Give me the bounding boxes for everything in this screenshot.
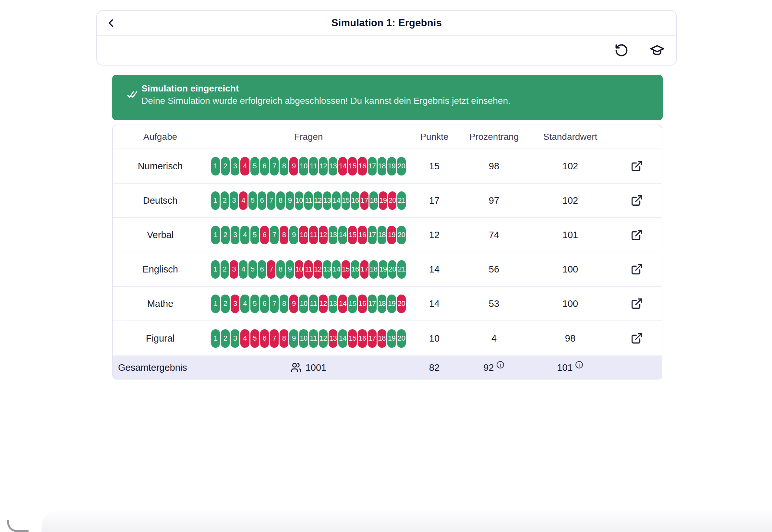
open-task-details-button[interactable] — [629, 227, 644, 242]
question-pill-wrong: 12 — [319, 295, 328, 313]
question-pills: 1234567891011121314151617181920 — [211, 226, 406, 244]
question-pill-correct: 6 — [260, 295, 269, 313]
question-pill-wrong: 10 — [299, 226, 308, 244]
question-pill-correct: 6 — [260, 157, 269, 175]
question-pill-correct: 7 — [267, 191, 275, 210]
open-task-details-button[interactable] — [629, 331, 644, 346]
open-task-details-button[interactable] — [629, 262, 644, 277]
question-pill-correct: 18 — [378, 226, 386, 244]
total-standardwert: 101 — [529, 362, 612, 373]
question-pill-correct: 16 — [351, 260, 359, 279]
toolbar — [97, 36, 676, 65]
question-pill-wrong: 4 — [240, 157, 249, 175]
banner-text: Simulation eingereicht Deine Simulation … — [141, 82, 650, 107]
question-pill-correct: 4 — [239, 260, 247, 279]
question-pill-correct: 8 — [280, 295, 288, 313]
question-pill-correct: 2 — [221, 260, 229, 279]
standardwert-value: 100 — [529, 264, 612, 275]
question-pill-wrong: 20 — [388, 191, 397, 210]
open-task-details-button[interactable] — [629, 159, 644, 174]
row-actions-cell — [612, 227, 662, 242]
prozentrang-info-button[interactable] — [496, 360, 505, 369]
question-pill-correct: 9 — [289, 226, 298, 244]
question-pill-wrong: 4 — [239, 191, 247, 210]
question-pill-correct: 13 — [329, 157, 337, 175]
question-pill-correct: 5 — [250, 226, 259, 244]
external-link-icon — [631, 229, 643, 241]
question-pill-wrong: 14 — [338, 295, 347, 313]
question-pill-correct: 19 — [379, 260, 387, 279]
question-pill-wrong: 18 — [378, 329, 386, 348]
question-pill-wrong: 7 — [270, 329, 279, 348]
back-button[interactable] — [104, 16, 118, 30]
question-pill-wrong: 16 — [358, 329, 367, 348]
question-pill-wrong: 11 — [304, 260, 313, 279]
question-pill-correct: 21 — [397, 191, 406, 210]
question-pill-correct: 3 — [231, 226, 239, 244]
table-row: Deutsch123456789101112131415161718192021… — [113, 184, 662, 218]
question-pill-correct: 14 — [338, 329, 347, 348]
row-actions-cell — [612, 331, 662, 346]
task-label: Numerisch — [113, 161, 208, 172]
total-standardwert-value: 101 — [557, 362, 573, 373]
question-pill-wrong: 15 — [342, 260, 350, 279]
question-pill-wrong: 6 — [260, 329, 269, 348]
question-pill-correct: 6 — [258, 260, 266, 279]
standardwert-value: 98 — [529, 333, 612, 344]
header-card: Simulation 1: Ergebnis — [96, 10, 677, 66]
table-footer-row: Gesamtergebnis 1001 82 92 — [113, 356, 662, 379]
question-pill-correct: 5 — [250, 295, 259, 313]
prozentrang-value: 74 — [459, 230, 529, 240]
table-row: Mathe12345678910111213141516171819201453… — [113, 287, 662, 321]
learn-mode-button[interactable] — [650, 43, 665, 58]
punkte-value: 12 — [409, 230, 459, 240]
standardwert-value: 102 — [529, 195, 612, 206]
punkte-value: 17 — [409, 195, 459, 206]
banner-message: Deine Simulation wurde erfolgreich abges… — [141, 94, 650, 107]
question-pill-wrong: 3 — [231, 295, 239, 313]
question-pill-correct: 1 — [211, 226, 220, 244]
question-pill-wrong: 15 — [348, 157, 357, 175]
double-check-icon — [127, 88, 139, 100]
prozentrang-value: 4 — [459, 333, 529, 344]
punkte-value: 15 — [409, 161, 459, 172]
prozentrang-value: 56 — [459, 264, 529, 275]
title-bar: Simulation 1: Ergebnis — [97, 11, 676, 36]
question-pill-correct: 13 — [329, 295, 337, 313]
participants-cell: 1001 — [208, 362, 409, 373]
window-corner-decoration — [7, 520, 29, 532]
question-pill-correct: 10 — [299, 329, 308, 348]
question-pill-correct: 20 — [388, 260, 397, 279]
question-pill-correct: 15 — [348, 295, 357, 313]
question-pill-correct: 14 — [338, 226, 347, 244]
column-header-aufgabe: Aufgabe — [113, 132, 208, 142]
prozentrang-value: 97 — [459, 195, 529, 206]
refresh-button[interactable] — [614, 43, 629, 58]
question-pill-correct: 5 — [250, 157, 259, 175]
question-pill-correct: 14 — [332, 260, 341, 279]
open-task-details-button[interactable] — [629, 296, 644, 311]
question-pill-correct: 4 — [240, 295, 249, 313]
open-task-details-button[interactable] — [629, 193, 644, 208]
question-pill-correct: 19 — [387, 295, 396, 313]
question-pill-correct: 8 — [276, 191, 285, 210]
total-punkte-value: 82 — [429, 362, 440, 373]
column-header-prozentrang: Prozentrang — [459, 132, 529, 142]
info-icon — [496, 360, 505, 369]
question-pill-correct: 5 — [248, 260, 257, 279]
question-pill-wrong: 17 — [368, 329, 377, 348]
table-header-row: Aufgabe Fragen Punkte Prozentrang Standa… — [113, 125, 662, 149]
total-punkte: 82 — [409, 362, 459, 373]
question-pills: 1234567891011121314151617181920 — [211, 157, 406, 175]
questions-cell: 1234567891011121314151617181920 — [208, 329, 409, 348]
table-row: Figural123456789101112131415161718192010… — [113, 321, 662, 356]
question-pill-correct: 14 — [332, 191, 341, 210]
question-pill-wrong: 11 — [309, 226, 318, 244]
participants-count: 1001 — [306, 362, 327, 373]
question-pill-correct: 7 — [270, 157, 279, 175]
question-pill-correct: 8 — [276, 260, 285, 279]
questions-cell: 1234567891011121314151617181920 — [208, 295, 409, 313]
standardwert-info-button[interactable] — [575, 360, 584, 369]
total-label: Gesamtergebnis — [113, 362, 208, 373]
questions-cell: 1234567891011121314151617181920 — [208, 226, 409, 244]
